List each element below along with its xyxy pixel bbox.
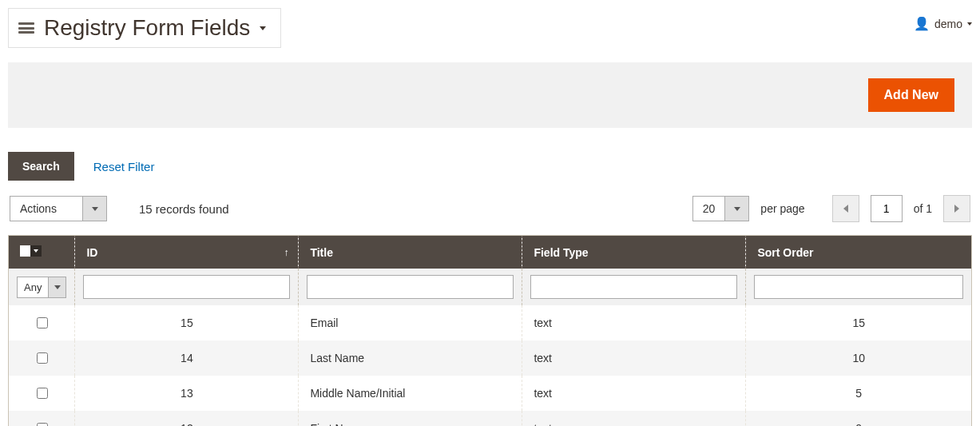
per-page-label: per page: [760, 202, 804, 215]
cell-id: 14: [75, 340, 299, 376]
action-bar: Add New: [8, 62, 972, 128]
caret-down-icon: [30, 245, 42, 257]
caret-down-icon: [82, 197, 106, 221]
data-grid: ID ↑ Title Field Type Sort Order Any: [8, 235, 972, 426]
cell-id: 13: [75, 376, 299, 411]
caret-down-icon: [724, 197, 748, 221]
page-size-select[interactable]: 20: [692, 196, 750, 221]
caret-down-icon: [48, 277, 65, 297]
add-new-button[interactable]: Add New: [868, 78, 954, 112]
filter-any-select[interactable]: Any: [17, 277, 66, 298]
row-checkbox[interactable]: [37, 423, 48, 426]
cell-field-type: text: [522, 411, 746, 426]
filter-id-input[interactable]: [83, 275, 290, 299]
cell-id: 12: [75, 411, 299, 426]
col-header-select[interactable]: [9, 236, 75, 269]
records-found: 15 records found: [139, 202, 229, 216]
cell-field-type: text: [522, 305, 746, 340]
col-header-title[interactable]: Title: [299, 236, 522, 269]
mass-actions-value: Actions: [10, 197, 82, 221]
page-title: Registry Form Fields: [44, 15, 250, 41]
cell-sort-order: 5: [746, 376, 972, 411]
user-icon: 👤: [914, 16, 930, 31]
col-header-label: Sort Order: [757, 246, 813, 259]
col-header-field-type[interactable]: Field Type: [522, 236, 746, 269]
sort-asc-icon: ↑: [284, 247, 288, 258]
page-title-block[interactable]: Registry Form Fields: [8, 8, 281, 48]
chevron-right-icon: [954, 205, 959, 213]
pager-current-input[interactable]: [871, 195, 903, 222]
cell-title: First Name: [299, 411, 522, 426]
filter-field-type-input[interactable]: [530, 275, 737, 299]
table-row[interactable]: 14Last Nametext10: [9, 340, 972, 376]
row-checkbox[interactable]: [37, 317, 48, 328]
user-name: demo: [934, 18, 962, 30]
table-row[interactable]: 12First Nametext0: [9, 411, 972, 426]
cell-field-type: text: [522, 376, 746, 411]
mass-actions-select[interactable]: Actions: [10, 196, 107, 221]
cell-sort-order: 15: [746, 305, 972, 340]
user-menu[interactable]: 👤 demo: [914, 8, 972, 31]
caret-down-icon: [967, 22, 972, 26]
search-button[interactable]: Search: [8, 152, 74, 181]
checkbox-icon: [20, 245, 31, 257]
cell-sort-order: 0: [746, 411, 972, 426]
col-header-sort-order[interactable]: Sort Order: [746, 236, 972, 269]
pager-prev-button[interactable]: [832, 195, 859, 222]
page-size-value: 20: [693, 197, 725, 221]
col-header-label: ID: [86, 246, 97, 259]
filter-row: Any: [9, 269, 972, 305]
cell-title: Email: [299, 305, 522, 340]
reset-filter-link[interactable]: Reset Filter: [93, 160, 155, 173]
cell-title: Middle Name/Initial: [299, 376, 522, 411]
table-row[interactable]: 15Emailtext15: [9, 305, 972, 340]
table-row[interactable]: 13Middle Name/Initialtext5: [9, 376, 972, 411]
menu-icon: [18, 22, 34, 34]
col-header-id[interactable]: ID ↑: [75, 236, 299, 269]
pager-next-button[interactable]: [943, 195, 970, 222]
cell-field-type: text: [522, 340, 746, 376]
col-header-label: Field Type: [534, 246, 588, 259]
row-checkbox[interactable]: [37, 352, 48, 364]
filter-any-value: Any: [18, 277, 48, 297]
caret-down-icon: [260, 26, 266, 30]
cell-title: Last Name: [299, 340, 522, 376]
cell-id: 15: [75, 305, 299, 340]
col-header-label: Title: [310, 246, 333, 259]
filter-title-input[interactable]: [307, 275, 514, 299]
chevron-left-icon: [843, 205, 848, 213]
cell-sort-order: 10: [746, 340, 972, 376]
row-checkbox[interactable]: [37, 388, 48, 399]
pager-of-label: of 1: [914, 202, 932, 215]
filter-sort-order-input[interactable]: [754, 275, 963, 299]
